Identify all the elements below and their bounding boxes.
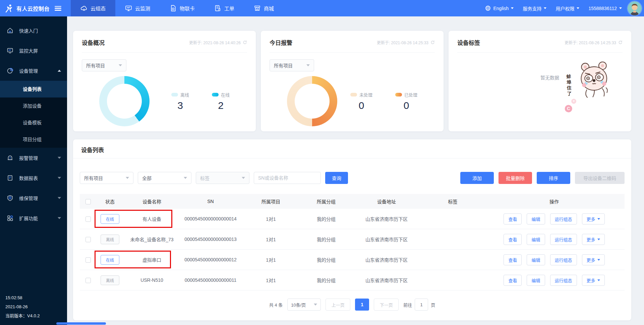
device-project: 1对1	[241, 215, 301, 222]
chevron-down-icon	[511, 7, 514, 9]
sidebar-item-device-template[interactable]: 设备模板	[0, 114, 67, 131]
col-header-address: 设备地址	[351, 198, 422, 205]
view-button[interactable]: 查看	[504, 213, 522, 224]
current-page-button[interactable]: 1	[355, 299, 369, 311]
chevron-down-icon	[119, 64, 122, 66]
tab-cloud-scada[interactable]: 云组态	[71, 0, 115, 16]
edit-button[interactable]: 编辑	[527, 234, 545, 245]
sidebar-item-add-device[interactable]: 添加设备	[0, 97, 67, 114]
project-filter-select[interactable]: 所有项目	[270, 59, 314, 71]
view-button[interactable]: 查看	[504, 234, 522, 245]
sidebar-item-monitor-screen[interactable]: 监控大屏	[0, 41, 67, 61]
row-checkbox[interactable]	[85, 278, 91, 283]
sidebar-item-device-list[interactable]: 设备列表	[0, 81, 67, 97]
service-support-label: 服务支持	[523, 5, 541, 12]
more-label: 更多	[587, 236, 595, 243]
next-page-button[interactable]: 下一页	[374, 299, 399, 311]
more-button[interactable]: 更多	[582, 234, 605, 245]
run-scada-button[interactable]: 运行组态	[550, 234, 577, 245]
scope-filter-select[interactable]: 全部	[138, 172, 191, 184]
device-group: 我的分组	[301, 236, 351, 243]
edit-button[interactable]: 编辑	[527, 275, 545, 286]
device-name: 有人设备	[123, 215, 180, 222]
row-checkbox[interactable]	[85, 237, 91, 242]
service-support-menu[interactable]: 服务支持	[523, 5, 546, 12]
goto-page-input[interactable]	[415, 299, 428, 311]
tab-iot-card[interactable]: 物联卡	[160, 0, 204, 16]
page-size-select[interactable]: 10条/页	[287, 299, 321, 311]
table-row: 在线 虚拟串口 00005450000000000012 1对1 我的分组 山东…	[80, 250, 625, 270]
empty-data-text: 暂无数据	[540, 74, 559, 81]
user-permission-menu[interactable]: 用户权限	[555, 5, 579, 12]
device-icon	[7, 67, 13, 74]
refresh-icon[interactable]	[618, 40, 623, 45]
more-button[interactable]: 更多	[582, 275, 605, 286]
screen-icon	[7, 47, 13, 54]
select-value: 全部	[142, 175, 152, 181]
view-button[interactable]: 查看	[504, 254, 522, 265]
prev-page-button[interactable]: 上一页	[326, 299, 350, 311]
select-value: 所有项目	[274, 62, 293, 69]
extension-icon	[7, 215, 13, 221]
tab-mall[interactable]: 商城	[244, 0, 284, 16]
version-label: 当前版本：V4.0.2	[5, 311, 40, 320]
sidebar-item-data-report[interactable]: 数据报表	[0, 168, 67, 188]
view-button[interactable]: 查看	[504, 275, 522, 286]
search-input[interactable]	[254, 172, 321, 184]
tab-label: 云组态	[91, 5, 106, 12]
avatar[interactable]	[628, 1, 642, 15]
account-menu[interactable]: 15588836112	[588, 6, 622, 11]
card-updated: 更新于: 2021-08-26 14:40:26	[189, 40, 247, 45]
tab-label: 工单	[224, 5, 234, 12]
tag-filter-select[interactable]: 标签	[196, 172, 249, 184]
run-scada-button[interactable]: 运行组态	[550, 275, 577, 286]
sidebar-item-device-management[interactable]: 设备管理	[0, 61, 67, 81]
card-title: 设备标签	[457, 38, 480, 47]
batch-delete-button[interactable]: 批量删除	[499, 172, 532, 184]
select-all-checkbox[interactable]	[85, 199, 91, 204]
more-label: 更多	[587, 257, 595, 263]
device-group: 我的分组	[301, 215, 351, 222]
main-content: 设备概况 更新于: 2021-08-26 14:40:26 所有项目 离线 3	[67, 16, 644, 325]
menu-toggle-icon[interactable]	[55, 6, 61, 11]
sidebar-item-extensions[interactable]: 扩展功能	[0, 208, 67, 228]
current-date: 2021-08-26	[5, 302, 40, 311]
toolbar: 添加 批量删除 排序 导出设备二维码	[460, 172, 625, 184]
export-qr-button: 导出设备二维码	[575, 172, 625, 184]
language-switcher[interactable]: English	[485, 5, 514, 11]
tab-cloud-monitor[interactable]: 云监测	[115, 0, 160, 16]
run-scada-button[interactable]: 运行组态	[550, 213, 577, 224]
row-checkbox[interactable]	[85, 257, 91, 263]
sidebar-item-alarm-management[interactable]: 报警管理	[0, 148, 67, 168]
project-filter-select[interactable]: 所有项目	[82, 59, 126, 71]
device-project: 1对1	[241, 236, 301, 243]
row-checkbox[interactable]	[85, 216, 91, 222]
project-filter-select[interactable]: 所有项目	[80, 172, 133, 184]
sidebar-item-label: 设备管理	[19, 67, 38, 74]
sidebar-item-quick-start[interactable]: 快速入门	[0, 20, 67, 41]
col-header-status: 状态	[97, 198, 123, 205]
refresh-icon[interactable]	[430, 40, 435, 45]
online-count: 2	[212, 100, 230, 111]
refresh-icon[interactable]	[243, 40, 247, 45]
legend-label: 离线	[180, 91, 189, 98]
edit-button[interactable]: 编辑	[527, 254, 545, 265]
horizontal-scrollbar-thumb[interactable]	[56, 322, 106, 325]
more-button[interactable]: 更多	[582, 254, 605, 265]
tab-label: 云监测	[135, 5, 150, 12]
more-button[interactable]: 更多	[582, 213, 605, 224]
card-title: 今日报警	[270, 38, 292, 47]
bear-illustration	[572, 60, 615, 103]
main-nav: 云组态 云监测 物联卡 工单 商城	[71, 0, 284, 16]
table-row: 离线 未命名_设备名称_73 00005450000000000013 1对1 …	[80, 229, 625, 250]
sidebar-item-project-group[interactable]: 项目分组	[0, 131, 67, 148]
device-name: 未命名_设备名称_73	[123, 236, 180, 243]
sidebar-item-maintenance[interactable]: 维保管理	[0, 188, 67, 208]
sidebar-footer: 15:02:58 2021-08-26 当前版本：V4.0.2	[5, 293, 40, 320]
query-button[interactable]: 查询	[325, 172, 348, 184]
sort-button[interactable]: 排序	[537, 172, 570, 184]
tab-work-order[interactable]: 工单	[204, 0, 244, 16]
run-scada-button[interactable]: 运行组态	[550, 254, 577, 265]
add-button[interactable]: 添加	[460, 172, 494, 184]
edit-button[interactable]: 编辑	[527, 213, 545, 224]
